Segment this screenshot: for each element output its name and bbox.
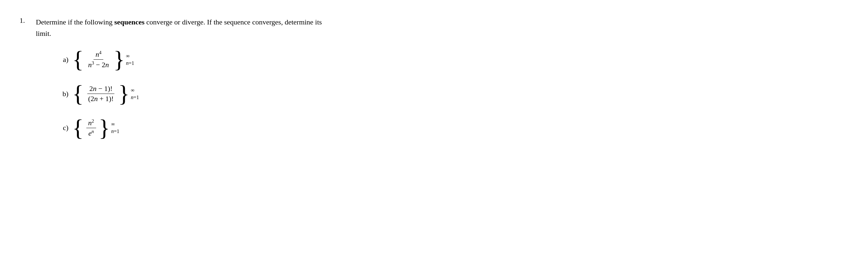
part-c-expression: { n2 en } ∞ n=1 bbox=[72, 117, 119, 139]
n-c-num: n bbox=[88, 119, 92, 127]
exp-n: n bbox=[92, 129, 94, 134]
limit-sup-b: ∞ bbox=[131, 87, 134, 93]
part-b: b) { 2n − 1)! (2n + 1)! } bbox=[55, 83, 848, 104]
statement-line2: limit. bbox=[36, 29, 51, 37]
n-a-num: n bbox=[95, 50, 99, 58]
right-brace-a: } bbox=[114, 49, 125, 70]
right-brace-c: } bbox=[99, 117, 110, 139]
part-a-expression: { n4 n3 − 2n } ∞ bbox=[72, 49, 134, 70]
limit-sub-b: n=1 bbox=[131, 94, 139, 100]
problem-number: 1. bbox=[20, 16, 36, 139]
problem-statement: Determine if the following sequences con… bbox=[36, 16, 848, 39]
part-b-expression: { 2n − 1)! (2n + 1)! } ∞ bbox=[72, 83, 139, 104]
denominator-c: en bbox=[86, 128, 96, 138]
right-brace-b: } bbox=[118, 83, 130, 104]
part-c-label: c) bbox=[55, 124, 68, 132]
numerator-b: 2n − 1)! bbox=[87, 84, 114, 94]
exp-3: 3 bbox=[92, 60, 94, 65]
part-c: c) { n2 en } bbox=[55, 117, 848, 139]
numerator-c: n2 bbox=[86, 118, 96, 128]
limits-b: ∞ n=1 bbox=[131, 87, 139, 100]
fraction-b: 2n − 1)! (2n + 1)! bbox=[86, 84, 116, 103]
problem-container: 1. Determine if the following sequences … bbox=[20, 16, 848, 139]
fraction-a: n4 n3 − 2n bbox=[86, 50, 111, 69]
part-b-label: b) bbox=[55, 90, 68, 98]
part-a-label: a) bbox=[55, 55, 68, 64]
den-b-text: (2n + 1)! bbox=[88, 94, 114, 103]
e-c-den: e bbox=[88, 129, 92, 137]
statement-bold: sequences bbox=[114, 18, 145, 26]
minus-a: − 2 bbox=[96, 61, 105, 69]
parts-container: a) { n4 n3 − 2n } bbox=[55, 49, 848, 138]
exp-4: 4 bbox=[99, 50, 101, 55]
limit-sub-a: n=1 bbox=[126, 60, 134, 66]
left-brace-b: { bbox=[72, 83, 84, 104]
limit-sub-c: n=1 bbox=[111, 128, 119, 134]
n-a-den: n bbox=[88, 61, 92, 69]
problem-content: Determine if the following sequences con… bbox=[36, 16, 848, 139]
part-a: a) { n4 n3 − 2n } bbox=[55, 49, 848, 70]
exp-2: 2 bbox=[92, 118, 94, 124]
limits-a: ∞ n=1 bbox=[126, 53, 134, 66]
statement-pre-bold: Determine if the following bbox=[36, 18, 114, 26]
n-a-den2: n bbox=[105, 61, 109, 69]
left-brace-a: { bbox=[72, 49, 84, 70]
num-b-text: 2n − 1)! bbox=[89, 84, 113, 93]
limit-sup-a: ∞ bbox=[126, 53, 130, 59]
limits-c: ∞ n=1 bbox=[111, 121, 119, 134]
left-brace-c: { bbox=[72, 117, 84, 139]
limit-sup-c: ∞ bbox=[111, 121, 115, 127]
denominator-a: n3 − 2n bbox=[86, 60, 111, 69]
numerator-a: n4 bbox=[94, 50, 103, 60]
fraction-c: n2 en bbox=[86, 118, 96, 138]
denominator-b: (2n + 1)! bbox=[86, 94, 116, 103]
statement-post-bold: converge or diverge. If the sequence con… bbox=[145, 18, 322, 26]
